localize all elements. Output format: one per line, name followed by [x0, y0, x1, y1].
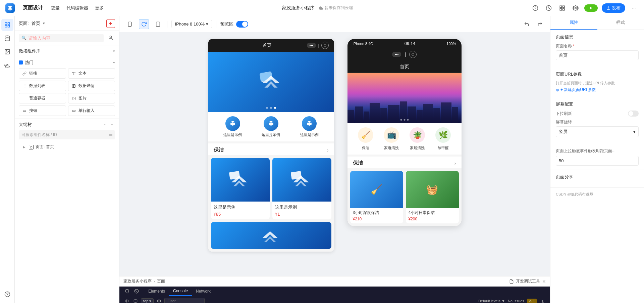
editor-icon-label-0: 这里是示例	[223, 132, 242, 137]
dev-filter-ban-icon[interactable]	[132, 298, 139, 303]
svg-rect-3	[563, 6, 565, 7]
editor-section-row: 保洁 ›	[208, 143, 334, 155]
undo-btn[interactable]	[522, 19, 531, 29]
outline-page-item[interactable]: ▶ 页面: 首页	[15, 142, 119, 152]
dev-filter-right: Default levels ▼ No Issues ⚠ 1	[478, 298, 546, 303]
right-tab-properties[interactable]: 属性	[550, 16, 597, 30]
outline-expand-icon[interactable]	[102, 122, 108, 128]
dev-ban-icon[interactable]	[133, 288, 140, 295]
micro-library-header[interactable]: 微搭组件库 ▾	[15, 45, 119, 57]
top-more-btn[interactable]: ···	[629, 3, 639, 13]
dev-filter-inspect-icon[interactable]	[123, 298, 130, 303]
help-icon-btn[interactable]	[531, 3, 540, 13]
screen-rotate-select[interactable]: 竖屏 ▾	[556, 126, 639, 137]
dev-levels-label[interactable]: Default levels ▼	[478, 299, 505, 303]
comp-link[interactable]: 链接	[19, 68, 66, 79]
outline-search-wrap: 可搜索组件名称 / ID	[19, 130, 115, 139]
comp-single-input[interactable]: 单行输入	[68, 105, 115, 116]
dev-tools-close-icon[interactable]: ✕	[542, 279, 546, 284]
iconbar-help[interactable]	[1, 288, 13, 300]
hot-section-header: 热门 ▾	[15, 57, 119, 68]
comp-text[interactable]: 文本	[68, 68, 115, 79]
dev-tabs-row: Elements Console Network	[119, 287, 550, 296]
comp-data-detail[interactable]: 数据详情	[68, 81, 115, 91]
preview-dot-2	[404, 119, 405, 121]
grid-icon-btn[interactable]	[557, 3, 567, 13]
outline-page-label: 页面: 首页	[36, 144, 54, 150]
preview-phone-dots[interactable]: •••	[392, 52, 401, 57]
run-button[interactable]	[584, 4, 598, 12]
svg-rect-44	[364, 112, 369, 123]
pull-refresh-toggle[interactable]	[628, 111, 639, 117]
user-icon[interactable]	[106, 34, 115, 42]
iconbar-logic[interactable]	[1, 59, 13, 71]
editor-phone-dots[interactable]: •••	[307, 43, 316, 48]
device-rotate-btn[interactable]	[139, 19, 149, 29]
device-selector[interactable]: iPhone 8 100% ▾	[171, 20, 212, 28]
hot-label: 热门	[25, 59, 34, 66]
page-name-input[interactable]	[556, 50, 639, 60]
button-icon	[22, 108, 27, 114]
iconbar-pages[interactable]	[1, 19, 13, 31]
settings-icon-btn[interactable]	[571, 3, 580, 13]
preview-circle-icon[interactable]	[409, 51, 417, 58]
preview-content: 🧹 保洁 📺 家电清洗 🪴	[347, 73, 462, 226]
dev-eye-icon[interactable]	[156, 298, 162, 303]
preview-toggle-switch[interactable]	[236, 21, 248, 28]
preview-nav: ••• |	[347, 48, 462, 61]
editor-phone-circle-icon[interactable]	[321, 42, 329, 49]
dev-tab-console[interactable]: Console	[169, 287, 192, 296]
redo-btn[interactable]	[535, 19, 545, 29]
outline-collapse-icon[interactable]	[109, 122, 115, 128]
svg-rect-47	[388, 105, 399, 123]
comp-container[interactable]: 普通容器	[19, 93, 66, 103]
editor-product-info-1: 这里是示例 ¥1	[272, 202, 331, 219]
comp-button[interactable]: 按钮	[19, 105, 66, 116]
preview-product-img-bg-0: 🧹	[350, 171, 403, 208]
preview-product-card-0: 🧹 3小时深度保洁 ¥210	[350, 171, 403, 223]
dev-filter-input[interactable]	[164, 298, 205, 303]
outline-sort-icon[interactable]	[109, 134, 112, 136]
add-param-button[interactable]: ⊕ + 新建页面URL参数	[556, 87, 639, 93]
data-detail-icon	[71, 83, 76, 89]
micro-library-title: 微搭组件库	[19, 48, 41, 54]
dev-filter-left: top ▾	[123, 298, 205, 303]
iconbar-data[interactable]	[1, 32, 13, 44]
right-url-params-title: 页面URL参数	[556, 71, 639, 77]
device-tablet-btn[interactable]	[153, 19, 163, 29]
svg-rect-31	[23, 110, 26, 112]
dev-gear-icon[interactable]	[539, 298, 546, 303]
menu-code-editor[interactable]: 代码编辑器	[66, 5, 88, 11]
dev-tab-elements[interactable]: Elements	[144, 287, 169, 296]
menu-more[interactable]: 更多	[95, 5, 104, 11]
comp-data-list-label: 数据列表	[29, 83, 45, 89]
preview-banner-dots	[400, 119, 409, 121]
add-page-button[interactable]: +	[106, 19, 115, 28]
status-battery: 100%	[446, 42, 456, 46]
app-title: 页面设计	[23, 5, 43, 11]
single-input-icon	[71, 108, 76, 114]
dev-tab-network[interactable]: Network	[192, 287, 215, 296]
editor-icon-circle-0	[225, 116, 240, 131]
search-input[interactable]	[29, 36, 101, 41]
iconbar-image[interactable]	[1, 46, 13, 58]
comp-data-list[interactable]: 数据列表	[19, 81, 66, 91]
editor-icon-item-2: 这里是示例	[300, 116, 319, 137]
dev-tools-label-wrap: 开发调试工具 ✕	[509, 278, 546, 284]
preview-product-grid: 🧹 3小时深度保洁 ¥210 🧺	[347, 168, 462, 226]
container-icon	[22, 96, 27, 101]
svg-rect-2	[560, 6, 561, 7]
carousel-dot-3	[274, 107, 276, 109]
right-tab-styles[interactable]: 样式	[597, 16, 644, 30]
dev-inspect-icon[interactable]	[123, 288, 131, 295]
dev-top-selector[interactable]: top ▾	[141, 298, 154, 303]
svg-rect-28	[23, 97, 26, 100]
menu-variable[interactable]: 变量	[51, 5, 60, 11]
dev-issues-label: No Issues	[508, 299, 524, 303]
publish-button[interactable]: 发布	[602, 3, 625, 13]
scroll-trigger-input[interactable]	[556, 156, 639, 166]
device-phone-btn[interactable]	[125, 19, 135, 29]
history-icon-btn[interactable]	[544, 3, 553, 13]
comp-image[interactable]: 图片	[68, 93, 115, 103]
svg-line-59	[134, 300, 137, 302]
